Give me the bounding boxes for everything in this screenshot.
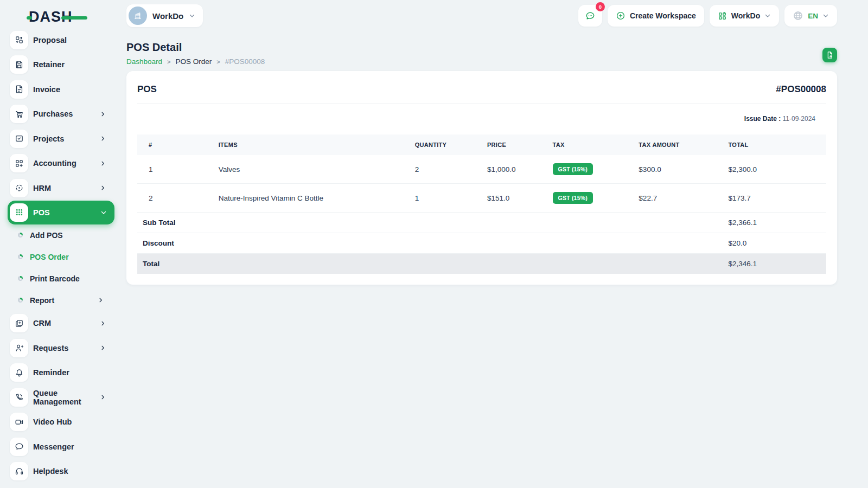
workspace-menu-label: WorkDo [731, 11, 760, 20]
sidebar-item-label: CRM [33, 319, 51, 328]
subtotal-value: $2,366.1 [723, 213, 826, 233]
sidebar-item-projects[interactable]: Projects [8, 126, 114, 151]
reminder-icon [10, 363, 28, 382]
breadcrumb-pos-order[interactable]: POS Order [175, 57, 212, 66]
sidebar-subitem-add-pos[interactable]: Add POS [8, 224, 114, 246]
cell-tax-amount: $22.7 [633, 184, 723, 213]
sidebar-item-queue-management[interactable]: Queue Management [8, 385, 114, 410]
total-row: Total $2,346.1 [137, 254, 826, 274]
helpdesk-icon [10, 462, 28, 480]
accounting-icon [10, 154, 28, 172]
sidebar-subitem-label: POS Order [30, 253, 69, 261]
bullet-icon [18, 233, 23, 237]
col-tax: TAX [547, 134, 634, 155]
sidebar-item-label: Queue Management [33, 389, 100, 406]
chevron-right-icon [100, 160, 106, 166]
language-selector[interactable]: EN [784, 5, 837, 27]
sidebar-item-video-hub[interactable]: Video Hub [8, 410, 114, 435]
sidebar-item-label: Proposal [33, 36, 67, 44]
discount-value: $20.0 [723, 233, 826, 254]
breadcrumb-current: #POS00008 [225, 57, 265, 66]
breadcrumb: Dashboard > POS Order > #POS00008 [126, 57, 837, 66]
sidebar-item-accounting[interactable]: Accounting [8, 151, 114, 176]
tax-badge: GST (15%) [553, 163, 593, 175]
language-label: EN [808, 12, 818, 20]
sidebar-item-purchases[interactable]: Purchases [8, 102, 114, 127]
sidebar-item-label: Invoice [33, 85, 60, 94]
retainer-icon [10, 55, 28, 74]
messenger-icon [10, 438, 28, 456]
projects-icon [10, 130, 28, 148]
chat-icon [585, 10, 596, 21]
workspace-menu-button[interactable]: WorkDo [710, 5, 779, 27]
globe-icon [793, 10, 803, 21]
bullet-icon [18, 254, 23, 259]
sidebar-item-proposal[interactable]: Proposal [8, 28, 114, 53]
chevron-right-icon [100, 136, 106, 142]
proposal-icon [10, 31, 28, 49]
sidebar-subitem-pos-order[interactable]: POS Order [8, 246, 114, 268]
sidebar-item-label: Accounting [33, 159, 76, 168]
create-workspace-button[interactable]: Create Workspace [608, 5, 704, 27]
sidebar: DASH Proposal Retainer Invoice Purchases [0, 0, 119, 488]
col-total: TOTAL [723, 134, 826, 155]
cell-price: $151.0 [482, 184, 547, 213]
cell-item: Valves [213, 155, 410, 184]
items-table: # ITEMS QUANTITY PRICE TAX TAX AMOUNT TO… [137, 134, 826, 274]
col-quantity: QUANTITY [410, 134, 482, 155]
sidebar-item-messenger[interactable]: Messenger [8, 434, 114, 459]
main-content: WorkDo 0 Create Workspace WorkDo EN [119, 0, 868, 488]
sidebar-item-label: Requests [33, 344, 68, 352]
sidebar-item-invoice[interactable]: Invoice [8, 77, 114, 102]
invoice-icon [10, 80, 28, 99]
purchases-icon [10, 105, 28, 123]
crm-icon [10, 314, 28, 332]
pos-detail-card: POS #POS00008 Issue Date : 11-09-2024 # … [126, 71, 837, 285]
bullet-icon [18, 276, 23, 281]
topbar: WorkDo 0 Create Workspace WorkDo EN [119, 0, 868, 27]
table-row: 1 Valves 2 $1,000.0 GST (15%) $300.0 $2,… [137, 155, 826, 184]
sidebar-item-crm[interactable]: CRM [8, 311, 114, 336]
chevron-right-icon [100, 345, 106, 351]
breadcrumb-separator: > [216, 59, 220, 65]
subtotal-label: Sub Total [137, 213, 213, 233]
cell-tax: GST (15%) [547, 155, 634, 184]
sidebar-item-label: Messenger [33, 442, 74, 451]
items-table-wrapper: # ITEMS QUANTITY PRICE TAX TAX AMOUNT TO… [137, 134, 826, 274]
cell-qty: 2 [410, 155, 482, 184]
cell-num: 2 [137, 184, 213, 213]
sidebar-item-hrm[interactable]: HRM [8, 176, 114, 201]
breadcrumb-dashboard[interactable]: Dashboard [126, 57, 162, 66]
chat-button[interactable]: 0 [578, 5, 602, 27]
sidebar-item-requests[interactable]: Requests [8, 336, 114, 361]
export-button[interactable] [822, 48, 837, 62]
notification-badge: 0 [596, 2, 605, 11]
workspace-selector[interactable]: WorkDo [126, 4, 203, 27]
table-header-row: # ITEMS QUANTITY PRICE TAX TAX AMOUNT TO… [137, 134, 826, 155]
sidebar-item-pos[interactable]: POS [8, 201, 114, 224]
sidebar-subitem-label: Print Barcode [30, 274, 80, 283]
plus-circle-icon [616, 11, 626, 21]
cell-item: Nature-Inspired Vitamin C Bottle [213, 184, 410, 213]
sidebar-subitem-report[interactable]: Report [8, 290, 114, 311]
sidebar-item-label: Helpdesk [33, 467, 68, 476]
cell-total: $173.7 [723, 184, 826, 213]
sidebar-item-label: Projects [33, 134, 64, 143]
chevron-right-icon [98, 297, 104, 303]
cell-tax-amount: $300.0 [633, 155, 723, 184]
file-export-icon [826, 51, 834, 59]
sidebar-item-helpdesk[interactable]: Helpdesk [8, 459, 114, 484]
sidebar-subitem-label: Add POS [30, 231, 63, 240]
hrm-icon [10, 179, 28, 197]
cell-qty: 1 [410, 184, 482, 213]
cell-tax: GST (15%) [547, 184, 634, 213]
sidebar-item-label: POS [33, 208, 50, 217]
requests-icon [10, 339, 28, 357]
sidebar-subitem-print-barcode[interactable]: Print Barcode [8, 268, 114, 290]
bullet-icon [18, 298, 23, 303]
topbar-actions: 0 Create Workspace WorkDo EN [578, 5, 837, 27]
brand-logo[interactable]: DASH [29, 9, 73, 25]
sidebar-item-reminder[interactable]: Reminder [8, 361, 114, 386]
sidebar-item-retainer[interactable]: Retainer [8, 53, 114, 78]
create-workspace-label: Create Workspace [630, 11, 696, 20]
